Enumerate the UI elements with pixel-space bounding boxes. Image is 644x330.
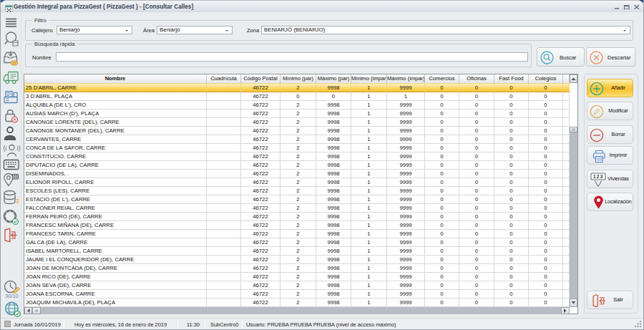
svg-text:123: 123 <box>593 174 604 179</box>
svg-text:30/10: 30/10 <box>5 293 19 299</box>
